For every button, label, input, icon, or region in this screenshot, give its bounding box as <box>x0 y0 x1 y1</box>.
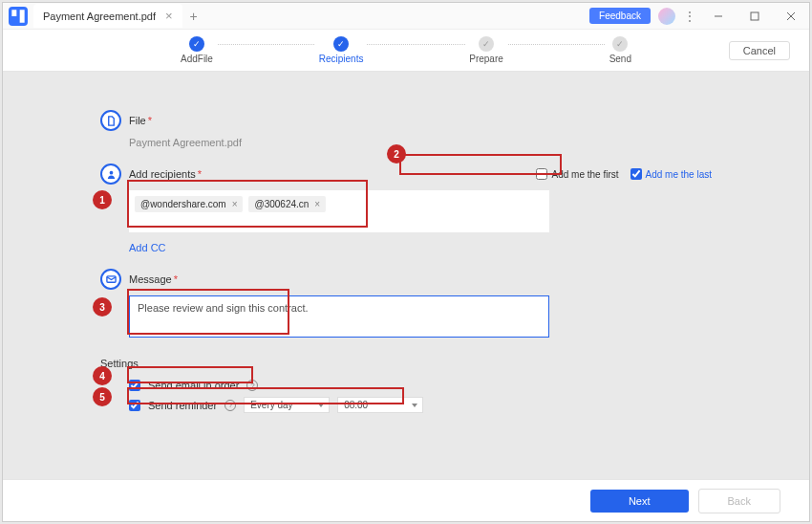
toolbar: ✓ AddFile ✓ Recipients ✓ Prepare ✓ Send … <box>3 30 809 72</box>
window: Payment Agreement.pdf × + Feedback ⋮ ✓ A… <box>2 2 810 522</box>
titlebar-right: Feedback ⋮ <box>589 5 809 28</box>
svg-point-4 <box>109 170 113 174</box>
callout-4: 4 <box>93 366 112 385</box>
remove-chip-icon[interactable]: × <box>232 199 238 209</box>
step-addfile[interactable]: ✓ AddFile <box>177 36 217 64</box>
check-icon: ✓ <box>189 36 204 52</box>
send-in-order-row: Send email in order ? <box>129 380 712 391</box>
callout-1: 1 <box>93 190 112 209</box>
recipient-chip[interactable]: @wondershare.com × <box>135 196 243 212</box>
file-icon <box>100 110 121 131</box>
app-logo-icon <box>9 7 28 26</box>
document-tab[interactable]: Payment Agreement.pdf × <box>33 4 182 28</box>
send-in-order-checkbox[interactable] <box>129 380 140 391</box>
callout-2: 2 <box>387 144 406 164</box>
message-icon <box>100 269 121 290</box>
back-button[interactable]: Back <box>698 489 780 513</box>
file-label: File* <box>129 115 152 126</box>
close-tab-icon[interactable]: × <box>165 9 173 23</box>
profile-avatar-icon[interactable] <box>658 8 675 25</box>
section-file: File* Payment Agreement.pdf <box>100 110 712 148</box>
step-prepare[interactable]: ✓ Prepare <box>465 36 507 64</box>
user-icon <box>100 164 121 185</box>
add-me-last-checkbox[interactable]: Add me the last <box>630 168 712 180</box>
recipients-label: Add recipients* <box>129 168 202 180</box>
add-tab-icon[interactable]: + <box>190 9 198 24</box>
feedback-button[interactable]: Feedback <box>589 8 651 24</box>
message-label: Message* <box>129 273 178 285</box>
recipients-input[interactable]: @wondershare.com × @300624.cn × <box>129 190 549 232</box>
tab-title: Payment Agreement.pdf <box>43 11 156 22</box>
content-area: File* Payment Agreement.pdf Add recipien… <box>3 72 809 479</box>
step-dot-icon: ✓ <box>479 36 494 52</box>
section-recipients: Add recipients* Add me the first Add me … <box>100 164 712 253</box>
svg-rect-1 <box>751 12 759 20</box>
footer: Next Back <box>3 479 809 521</box>
minimize-icon[interactable] <box>704 5 733 28</box>
reminder-frequency-select[interactable]: Every day <box>244 397 330 413</box>
callout-5: 5 <box>93 387 112 406</box>
cancel-button[interactable]: Cancel <box>729 41 790 60</box>
remove-chip-icon[interactable]: × <box>314 199 320 209</box>
section-message: Message* Please review and sign this con… <box>100 269 712 338</box>
step-dot-icon: ✓ <box>612 36 628 52</box>
next-button[interactable]: Next <box>590 490 689 513</box>
step-send[interactable]: ✓ Send <box>606 36 635 64</box>
maximize-icon[interactable] <box>740 5 769 28</box>
reminder-time-select[interactable]: 08:00 <box>337 397 423 413</box>
send-reminder-row: Send reminder ? Every day 08:00 <box>129 397 712 413</box>
add-me-first-checkbox[interactable]: Add me the first <box>536 168 618 180</box>
progress-stepper: ✓ AddFile ✓ Recipients ✓ Prepare ✓ Send <box>177 36 635 64</box>
titlebar: Payment Agreement.pdf × + Feedback ⋮ <box>3 3 809 30</box>
callout-3: 3 <box>93 297 112 317</box>
kebab-menu-icon[interactable]: ⋮ <box>683 9 696 24</box>
add-cc-link[interactable]: Add CC <box>129 242 166 253</box>
help-icon[interactable]: ? <box>224 400 236 411</box>
recipient-chip[interactable]: @300624.cn × <box>248 196 326 212</box>
step-recipients[interactable]: ✓ Recipients <box>315 36 368 64</box>
message-textarea[interactable]: Please review and sign this contract. <box>129 295 549 338</box>
help-icon[interactable]: ? <box>246 380 258 391</box>
send-reminder-checkbox[interactable] <box>129 400 140 411</box>
file-name-text: Payment Agreement.pdf <box>129 137 712 148</box>
check-icon: ✓ <box>333 36 349 52</box>
close-window-icon[interactable] <box>777 5 805 28</box>
section-settings: Settings Send email in order ? Send remi… <box>100 353 712 413</box>
add-me-options: Add me the first Add me the last <box>536 168 712 180</box>
